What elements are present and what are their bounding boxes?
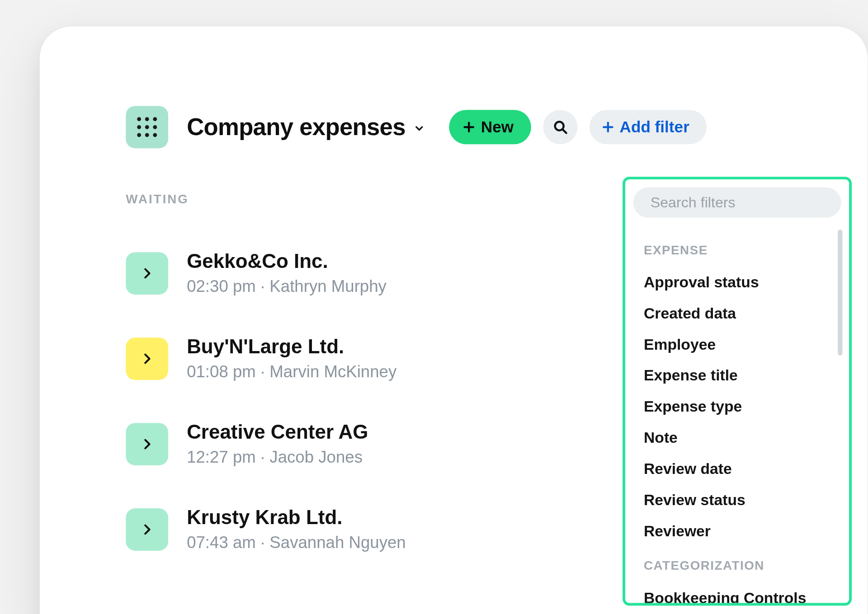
scrollbar[interactable] bbox=[838, 230, 842, 355]
svg-line-1 bbox=[563, 130, 566, 133]
chevron-down-icon bbox=[413, 122, 425, 134]
new-button[interactable]: New bbox=[449, 110, 531, 144]
expense-status-icon bbox=[126, 422, 168, 465]
filter-option[interactable]: Approval status bbox=[644, 267, 840, 298]
filter-option[interactable]: Created data bbox=[644, 298, 840, 329]
page-title: Company expenses bbox=[187, 113, 406, 141]
filter-group-label: CATEGORIZATION bbox=[644, 558, 840, 573]
grid-dots-icon bbox=[136, 116, 158, 138]
header: Company expenses New Add filter bbox=[126, 106, 795, 148]
filter-group-label: EXPENSE bbox=[644, 243, 840, 258]
filter-search-input[interactable] bbox=[651, 194, 833, 211]
filter-panel: EXPENSEApproval statusCreated dataEmploy… bbox=[623, 177, 852, 605]
filter-option[interactable]: Reviewer bbox=[644, 516, 840, 547]
expense-status-icon bbox=[126, 252, 168, 294]
filter-option[interactable]: Review status bbox=[644, 484, 840, 516]
filter-option[interactable]: Expense type bbox=[644, 391, 840, 422]
add-filter-button[interactable]: Add filter bbox=[589, 110, 707, 144]
filter-option[interactable]: Review date bbox=[644, 454, 840, 485]
chevron-right-icon bbox=[140, 522, 154, 536]
chevron-right-icon bbox=[140, 266, 154, 280]
search-icon bbox=[552, 119, 568, 135]
chevron-right-icon bbox=[140, 351, 154, 366]
filter-option[interactable]: Expense title bbox=[644, 360, 840, 391]
add-filter-label: Add filter bbox=[620, 118, 689, 136]
chevron-right-icon bbox=[140, 436, 154, 451]
filter-scroll-area: EXPENSEApproval statusCreated dataEmploy… bbox=[633, 225, 844, 603]
expense-status-icon bbox=[126, 337, 168, 380]
filter-option[interactable]: Note bbox=[644, 422, 840, 454]
title-dropdown[interactable]: Company expenses bbox=[187, 113, 425, 141]
search-button[interactable] bbox=[543, 110, 577, 144]
filter-search-field[interactable] bbox=[633, 187, 841, 218]
plus-icon bbox=[601, 121, 614, 134]
app-window: Company expenses New Add filter WAITING bbox=[40, 27, 868, 614]
filter-option[interactable]: Employee bbox=[644, 329, 840, 360]
filter-option[interactable]: Bookkeeping Controls bbox=[644, 582, 840, 603]
expense-status-icon bbox=[126, 508, 168, 550]
app-tile-icon[interactable] bbox=[126, 106, 168, 148]
plus-icon bbox=[462, 121, 476, 134]
new-button-label: New bbox=[481, 118, 514, 136]
